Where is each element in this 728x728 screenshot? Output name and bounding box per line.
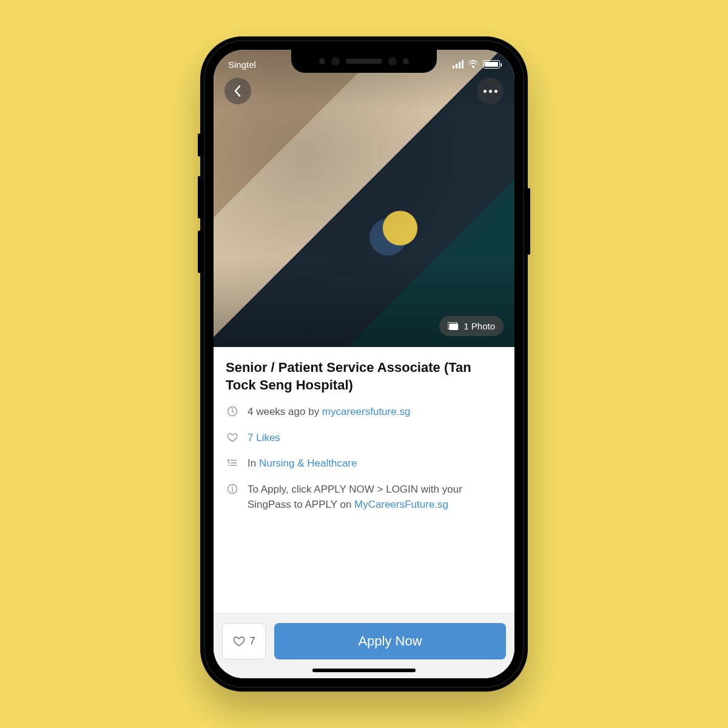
phone-frame: Singtel 1 Photo [200,36,528,692]
like-button[interactable]: 7 [222,623,266,659]
phone-volume-up [198,176,201,218]
info-icon [226,482,239,496]
photo-count-text: 1 Photo [463,321,495,331]
wifi-icon [468,60,479,69]
photo-count-badge[interactable]: 1 Photo [439,316,504,336]
photos-icon [448,322,459,331]
like-count: 7 [249,635,255,647]
hero-image: Singtel 1 Photo [214,50,514,347]
info-link[interactable]: MyCareersFuture.sg [354,499,448,510]
phone-power-button [527,188,530,255]
likes-row[interactable]: 7 Likes [226,431,502,446]
posted-source-link[interactable]: mycareersfuture.sg [322,406,411,417]
back-button[interactable] [224,78,251,104]
category-row: In Nursing & Healthcare [226,456,502,471]
category-link[interactable]: Nursing & Healthcare [259,457,357,469]
job-detail: Senior / Patient Service Associate (Tan … [214,347,514,613]
battery-icon [483,60,500,69]
posted-row: 4 weeks ago by mycareersfuture.sg [226,405,502,420]
category-prefix: In [248,457,259,469]
apply-now-label: Apply Now [358,633,422,649]
job-title: Senior / Patient Service Associate (Tan … [226,359,502,394]
phone-silence-switch [198,133,201,157]
chevron-left-icon [233,85,243,97]
phone-volume-down [198,231,201,273]
carrier-label: Singtel [228,59,256,70]
apply-now-button[interactable]: Apply Now [274,623,506,659]
screen: Singtel 1 Photo [214,50,514,678]
home-indicator[interactable] [312,669,416,672]
signal-bars-icon [453,60,463,69]
more-icon [484,90,497,93]
heart-outline-icon [232,635,246,648]
likes-count-link[interactable]: 7 Likes [248,432,280,443]
notch [291,50,437,73]
heart-icon [226,431,239,444]
bottom-bar: 7 Apply Now [214,613,514,678]
svg-point-4 [232,487,233,488]
clock-icon [226,405,239,418]
info-row: To Apply, click APPLY NOW > LOGIN with y… [226,482,502,512]
list-icon [226,456,239,470]
more-button[interactable] [477,78,504,104]
posted-age-text: 4 weeks ago by [248,406,322,417]
